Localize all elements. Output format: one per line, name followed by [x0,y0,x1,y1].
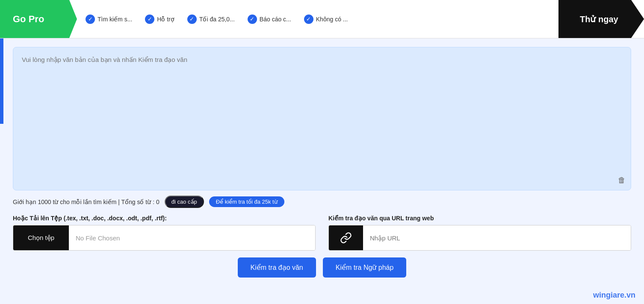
trash-icon[interactable]: 🗑 [618,176,626,185]
check-icon-5: ✓ [304,15,313,24]
main-content: 🗑 Giới hạn 1000 từ cho mỗi lần tìm kiếm … [0,38,644,295]
feature-item-1: ✓ Tìm kiếm s... [86,15,132,24]
stats-bar: Giới hạn 1000 từ cho mỗi lần tìm kiếm | … [13,196,631,208]
action-buttons: Kiểm tra đạo văn Kiểm tra Ngữ pháp [13,257,631,278]
left-accent [0,38,3,124]
watermark-text: wingiare.vn [593,291,635,299]
check-icon-3: ✓ [187,15,197,24]
limit-text: Giới hạn 1000 từ cho mỗi lần tìm kiếm | … [13,199,160,205]
top-bar: Go Pro ✓ Tìm kiếm s... ✓ Hỗ trợ ✓ Tối đa… [0,0,644,38]
main-textarea[interactable] [13,47,631,188]
url-icon-button[interactable] [329,225,363,250]
try-now-section[interactable]: Thử ngay [558,0,644,38]
max-check-label: Để kiểm tra tối đa 25k từ [209,196,284,207]
file-upload-section: Hoặc Tải lên Tệp (.tex, .txt, .doc, .doc… [13,215,316,251]
feature-label-1: Tìm kiếm s... [97,16,132,23]
feature-item-4: ✓ Báo cáo c... [248,15,291,24]
check-icon-2: ✓ [145,15,154,24]
url-check-label: Kiểm tra đạo văn qua URL trang web [328,215,631,222]
feature-label-4: Báo cáo c... [260,16,291,23]
feature-label-2: Hỗ trợ [157,16,174,23]
upgrade-button[interactable]: đi cao cấp [165,196,204,208]
features-bar: ✓ Tìm kiếm s... ✓ Hỗ trợ ✓ Tối đa 25,0..… [77,0,558,38]
link-icon [340,232,352,244]
choose-file-button[interactable]: Chọn tệp [13,225,69,250]
upload-row: Hoặc Tải lên Tệp (.tex, .txt, .doc, .doc… [13,215,631,251]
check-plagiarism-button[interactable]: Kiểm tra đạo văn [238,257,316,278]
text-area-wrapper: 🗑 [13,47,631,190]
feature-item-3: ✓ Tối đa 25,0... [187,15,235,24]
file-name-display: No File Chosen [69,225,315,250]
check-icon-4: ✓ [248,15,257,24]
watermark: wingiare.vn [593,291,635,300]
gopro-badge: Go Pro [0,0,77,38]
url-check-section: Kiểm tra đạo văn qua URL trang web [328,215,631,251]
try-now-button[interactable]: Thử ngay [580,14,618,24]
file-upload-label: Hoặc Tải lên Tệp (.tex, .txt, .doc, .doc… [13,215,316,222]
gopro-label: Go Pro [13,14,44,25]
url-input-row [328,225,631,251]
feature-item-5: ✓ Không có ... [304,15,348,24]
check-icon-1: ✓ [86,15,95,24]
url-input[interactable] [363,225,631,250]
feature-item-2: ✓ Hỗ trợ [145,15,174,24]
file-input-row: Chọn tệp No File Chosen [13,225,316,251]
feature-label-5: Không có ... [316,16,348,23]
check-grammar-button[interactable]: Kiểm tra Ngữ pháp [323,257,407,278]
feature-label-3: Tối đa 25,0... [199,16,235,23]
